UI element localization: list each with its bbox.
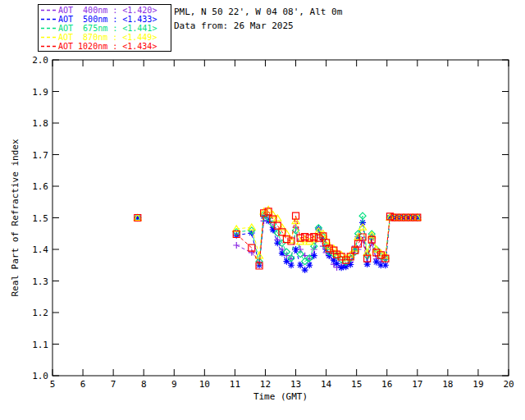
y-tick-label: 1.3 [32, 276, 48, 287]
dashed-line-sample-400nm [40, 6, 58, 15]
legend-label-870nm: AOT 870nm : <1.449> [58, 33, 157, 42]
x-tick-label: 7 [111, 379, 116, 390]
legend-item-675nm: AOT 675nm : <1.441> [40, 24, 169, 33]
y-tick-label: 1.8 [32, 118, 48, 129]
y-tick-label: 1.0 [32, 371, 48, 381]
y-tick-label: 1.7 [32, 150, 48, 161]
y-tick-label: 1.5 [32, 213, 48, 224]
y-tick-label: 1.2 [32, 308, 48, 318]
legend-label-675nm: AOT 675nm : <1.441> [58, 24, 157, 33]
plot-window: 5678910111213141516171819201.01.11.21.31… [0, 0, 525, 420]
x-tick-label: 8 [141, 379, 147, 390]
x-tick-label: 11 [230, 379, 240, 390]
refractive-index-chart: 5678910111213141516171819201.01.11.21.31… [0, 0, 525, 420]
legend-item-500nm: AOT 500nm : <1.433> [40, 15, 169, 24]
chart-legend: AOT 400nm : <1.420> AOT 500nm : <1.433> … [38, 4, 171, 52]
data-date-text: Data from: 26 Mar 2025 [174, 19, 342, 33]
dashed-line-sample-500nm [40, 15, 58, 24]
y-tick-label: 2.0 [32, 55, 48, 66]
x-tick-label: 10 [199, 379, 210, 390]
x-tick-label: 20 [503, 379, 514, 390]
x-axis-title: Time (GMT) [253, 391, 308, 402]
legend-item-870nm: AOT 870nm : <1.449> [40, 33, 169, 42]
x-tick-label: 5 [50, 379, 56, 390]
x-tick-label: 9 [171, 379, 177, 390]
legend-item-400nm: AOT 400nm : <1.420> [40, 6, 169, 15]
x-tick-label: 16 [381, 379, 392, 390]
x-tick-label: 18 [442, 379, 453, 390]
y-tick-label: 1.4 [32, 244, 48, 255]
legend-item-1020nm: AOT 1020nm : <1.434> [40, 42, 169, 51]
y-tick-label: 1.9 [32, 87, 48, 98]
legend-label-1020nm: AOT 1020nm : <1.434> [58, 42, 157, 51]
station-location-text: PML, N 50 22', W 04 08', Alt 0m [174, 5, 342, 19]
x-tick-label: 14 [321, 379, 332, 390]
x-tick-label: 13 [290, 379, 301, 390]
y-tick-label: 1.1 [32, 340, 48, 350]
station-header: PML, N 50 22', W 04 08', Alt 0m Data fro… [174, 5, 342, 33]
x-tick-label: 17 [412, 379, 422, 390]
dashed-line-sample-870nm [40, 33, 58, 42]
legend-label-400nm: AOT 400nm : <1.420> [58, 6, 157, 15]
x-tick-label: 19 [472, 379, 483, 390]
dashed-line-sample-675nm [40, 24, 58, 33]
dashed-line-sample-1020nm [40, 42, 58, 51]
y-axis-title: Real Part of Refractive index [10, 139, 21, 296]
y-tick-label: 1.6 [32, 181, 48, 192]
x-tick-label: 15 [351, 379, 362, 390]
legend-label-500nm: AOT 500nm : <1.433> [58, 15, 157, 24]
x-tick-label: 6 [80, 379, 86, 390]
x-tick-label: 12 [260, 379, 271, 390]
